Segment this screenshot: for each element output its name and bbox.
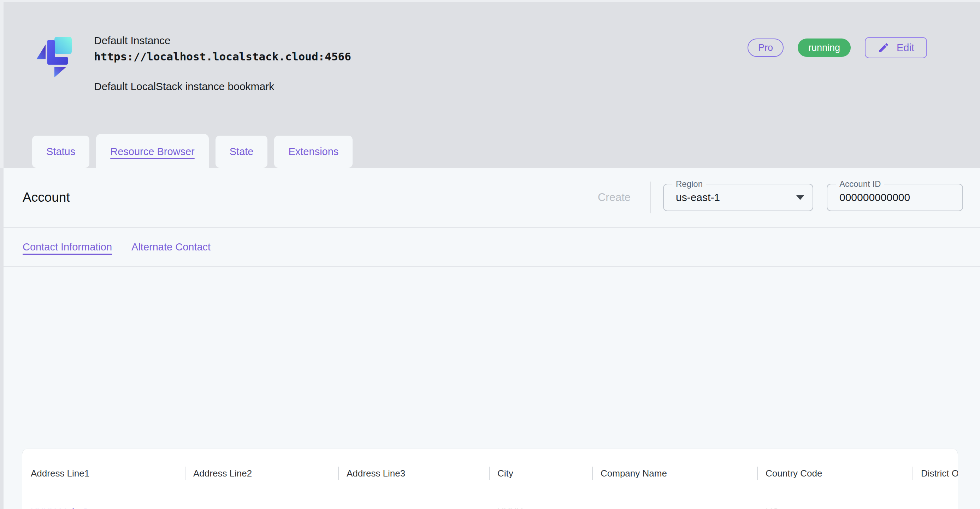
region-select-label: Region [672, 179, 706, 189]
instance-tabs: Status Resource Browser State Extensions [32, 134, 353, 169]
column-header[interactable]: Address Line2 [185, 461, 338, 486]
column-header[interactable]: Company Name [592, 461, 757, 486]
column-header[interactable]: City [489, 461, 592, 486]
address-line1-link[interactable]: XXXX Main St [31, 507, 91, 509]
table-row[interactable]: XXXX Main St XXXX US [22, 486, 958, 509]
page-title: Account [22, 190, 70, 205]
tab-status[interactable]: Status [32, 136, 89, 168]
table-header-row: Address Line1 Address Line2 Address Line… [22, 461, 958, 486]
instance-subtitle: Default LocalStack instance bookmark [94, 81, 351, 92]
status-badge: running [798, 38, 851, 57]
edit-button-label: Edit [897, 42, 914, 54]
subtab-alternate-contact[interactable]: Alternate Contact [131, 241, 210, 253]
instance-header: Default Instance https://localhost.local… [0, 0, 980, 136]
contact-information-table: Address Line1 Address Line2 Address Line… [22, 461, 958, 509]
toolbar-divider [650, 181, 651, 213]
region-select-value: us-east-1 [676, 191, 796, 204]
window-top-edge [0, 0, 980, 2]
tab-resource-browser[interactable]: Resource Browser [96, 134, 209, 169]
account-id-field[interactable]: Account ID 000000000000 [827, 184, 963, 211]
column-header[interactable]: District Or [913, 461, 958, 486]
instance-identity: Default Instance https://localhost.local… [35, 33, 351, 92]
account-id-label: Account ID [836, 179, 884, 189]
create-button[interactable]: Create [598, 191, 650, 204]
column-header[interactable]: Address Line1 [22, 461, 185, 486]
account-id-value: 000000000000 [839, 191, 954, 204]
column-header[interactable]: Address Line3 [338, 461, 489, 486]
localstack-logo-icon [35, 33, 77, 77]
cell-company-name [592, 486, 757, 509]
chevron-down-icon [796, 195, 804, 200]
cell-address-line3 [338, 486, 489, 509]
instance-url: https://localhost.localstack.cloud:4566 [94, 50, 351, 63]
tab-state[interactable]: State [215, 136, 268, 168]
cell-district [913, 486, 958, 509]
instance-text-block: Default Instance https://localhost.local… [94, 33, 351, 92]
tab-extensions[interactable]: Extensions [274, 136, 353, 168]
window-left-edge [0, 0, 3, 168]
subtab-contact-information[interactable]: Contact Information [22, 241, 112, 253]
cell-address-line2 [185, 486, 338, 509]
region-select[interactable]: Region us-east-1 [663, 184, 813, 211]
column-header[interactable]: Country Code [757, 461, 913, 486]
localstack-instance-page: Default Instance https://localhost.local… [0, 0, 980, 509]
pencil-icon [878, 42, 889, 54]
instance-actions: Pro running Edit [748, 33, 927, 58]
edit-button[interactable]: Edit [865, 37, 927, 58]
toolbar-controls: Create Region us-east-1 Account ID 00000… [598, 181, 963, 213]
account-subtabs: Contact Information Alternate Contact [0, 228, 980, 267]
instance-title: Default Instance [94, 33, 351, 47]
cell-city: XXXX [489, 486, 592, 509]
resource-toolbar: Account Create Region us-east-1 Account … [0, 168, 980, 228]
contact-information-card: Address Line1 Address Line2 Address Line… [22, 449, 958, 509]
window-left-edge-lower [0, 168, 3, 509]
cell-country-code: US [757, 486, 913, 509]
resource-browser-panel: Account Create Region us-east-1 Account … [0, 168, 980, 509]
table-scroll-area: Address Line1 Address Line2 Address Line… [22, 449, 958, 509]
pro-badge: Pro [748, 38, 784, 57]
